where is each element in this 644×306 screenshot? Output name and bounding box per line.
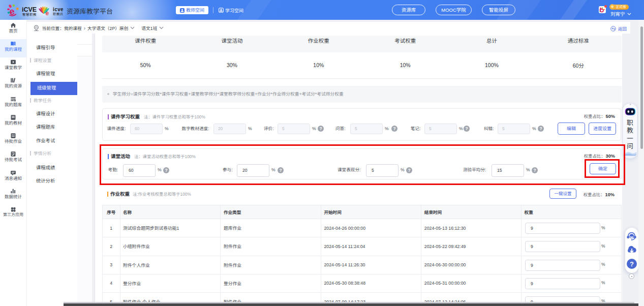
svg-text:?: ?: [630, 260, 634, 268]
svg-text:e: e: [46, 10, 49, 16]
